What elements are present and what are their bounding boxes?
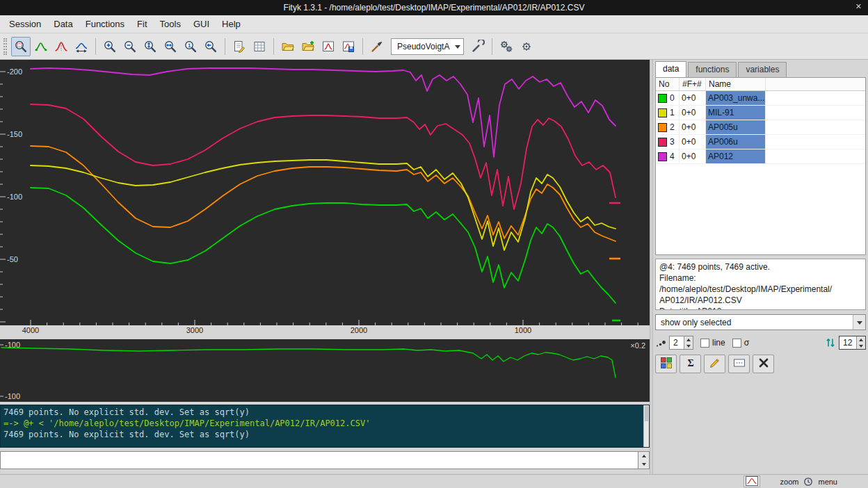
plot-settings-button[interactable] [744, 475, 760, 487]
add-peak-mode-icon [54, 40, 68, 54]
datasets-grid-button[interactable] [655, 355, 677, 373]
checkbox-box[interactable] [732, 339, 741, 348]
chart-document-button[interactable] [319, 37, 338, 56]
dataset-number: 1 [670, 108, 675, 117]
filter-dropdown[interactable]: show only selected [655, 314, 866, 330]
close-button[interactable]: ✕ [855, 2, 862, 11]
y-tick-label: -200 [7, 67, 22, 76]
dataset-color-swatch [658, 123, 667, 132]
spinner-arrows[interactable] [856, 336, 865, 349]
zoom-100-button[interactable]: 1 [181, 37, 200, 56]
dataset-color-swatch [658, 94, 667, 103]
run-gears-button[interactable] [497, 37, 516, 56]
aux-residual-curve [1, 348, 616, 377]
dataset-color-swatch [658, 138, 667, 147]
main-plot-canvas[interactable]: -200-150-100-50 [0, 60, 650, 325]
menu-help[interactable]: Help [216, 16, 247, 32]
menu-session[interactable]: Session [3, 16, 47, 32]
new-script-button[interactable] [230, 37, 249, 56]
wrench-button[interactable] [468, 37, 488, 56]
zoom-vertical-button[interactable] [140, 37, 160, 56]
dataset-number-cell: 4 [656, 149, 680, 163]
aux-plot-canvas[interactable]: -100-100×0.2 [0, 339, 650, 402]
point-size-spinner[interactable]: 2 [669, 336, 693, 350]
window-title: Fityk 1.3.1 - /home/aleplo/test/Desktop/… [284, 3, 585, 13]
dataset-functions-cell: 0+0 [680, 106, 706, 120]
open-folder-button[interactable] [278, 37, 298, 56]
plot-column: -200-150-100-50 4000300020001000 -100-10… [0, 60, 650, 474]
main-plot[interactable]: -200-150-100-50 4000300020001000 [0, 60, 650, 336]
dataset-color-swatch [658, 108, 667, 117]
save-chart-button[interactable] [339, 37, 358, 56]
dataset-name-cell: AP005u [706, 120, 766, 134]
command-history-spinner[interactable] [638, 451, 650, 469]
table-row[interactable]: 00+0AP003_unwa... [656, 91, 865, 106]
line-checkbox[interactable]: line [700, 338, 725, 348]
data-range-mode-button[interactable] [31, 37, 51, 56]
menu-functions[interactable]: Functions [79, 16, 131, 32]
chevron-down-icon [455, 45, 460, 51]
grid-button[interactable] [250, 37, 269, 56]
zoom-out-button[interactable] [120, 37, 140, 56]
table-row[interactable]: 10+0MIL-91 [656, 106, 865, 120]
save-chart-icon [341, 40, 355, 54]
edit-data-button[interactable] [704, 355, 725, 373]
toolbar-drag-handle-icon[interactable] [3, 38, 7, 55]
zoom-horizontal-button[interactable] [161, 37, 180, 56]
spinner-arrows[interactable] [684, 336, 693, 349]
spin-down-arrow-icon[interactable] [638, 460, 649, 469]
add-peak-mode-button[interactable] [51, 37, 71, 56]
console-scrollbar[interactable] [643, 405, 649, 447]
command-input[interactable] [0, 451, 638, 469]
table-row[interactable]: 20+0AP005u [656, 120, 865, 135]
info-line: @4: 7469 points, 7469 active. [659, 261, 862, 273]
open-folder-plus-button[interactable] [298, 37, 318, 56]
delete-icon [757, 356, 771, 372]
chevron-down-icon[interactable] [853, 315, 865, 330]
clock-icon[interactable] [803, 477, 813, 487]
run-one-gear-button[interactable] [517, 37, 536, 56]
tab-functions[interactable]: functions [688, 62, 737, 77]
aux-bottom-label: -100 [5, 392, 20, 400]
spin-up-arrow-icon[interactable] [638, 452, 649, 460]
spectrum-curve-1 [31, 104, 616, 209]
info-line: Data title: AP012 [659, 306, 862, 310]
menu-button[interactable]: menu [818, 478, 837, 486]
menu-gui[interactable]: GUI [187, 16, 216, 32]
menu-tools[interactable]: Tools [154, 16, 187, 32]
peak-type-dropdown[interactable]: PseudoVoigtA [391, 38, 464, 55]
point-size-icon [655, 337, 666, 348]
dataset-number: 4 [670, 152, 675, 161]
delete-button[interactable] [753, 355, 774, 373]
activate-peak-mode-button[interactable] [72, 37, 91, 56]
checkbox-box[interactable] [700, 339, 709, 348]
dataset-functions-cell: 0+0 [680, 135, 706, 149]
shift-spinner[interactable]: 12 [839, 336, 866, 350]
zoom-in-icon [103, 40, 117, 54]
zoom-mode-button[interactable] [11, 37, 31, 56]
zoom-previous-button[interactable] [201, 37, 220, 56]
brush-button[interactable] [367, 37, 387, 56]
zoom-menu-button[interactable]: zoom [780, 478, 799, 486]
menu-fit[interactable]: Fit [131, 16, 153, 32]
sigma-checkbox[interactable]: σ [732, 338, 749, 348]
zoom-in-button[interactable] [100, 37, 120, 56]
sidebar-empty-area [655, 375, 866, 474]
table-row[interactable]: 40+0AP012 [656, 149, 865, 164]
point-size-value: 2 [670, 336, 684, 349]
console-line: =-> @+ < '/home/aleplo/test/Desktop/IMAP… [3, 418, 641, 429]
tab-data[interactable]: data [655, 61, 686, 77]
table-rows: 00+0AP003_unwa...10+0MIL-9120+0AP005u30+… [656, 91, 865, 164]
table-row[interactable]: 30+0AP006u [656, 135, 865, 149]
show-inactive-button[interactable] [728, 355, 750, 373]
tab-variables[interactable]: variables [738, 62, 787, 77]
aux-plot[interactable]: -100-100×0.2 [0, 339, 650, 402]
menu-data[interactable]: Data [47, 16, 79, 32]
sum-button[interactable]: Σ [680, 355, 701, 373]
dataset-color-swatch [658, 152, 667, 161]
show-inactive-icon [732, 356, 746, 372]
scrollbar-thumb[interactable] [645, 406, 648, 421]
grid-icon [252, 40, 266, 54]
output-console[interactable]: 7469 points. No explicit std. dev. Set a… [0, 405, 650, 448]
spectrum-curve-3 [31, 160, 616, 250]
